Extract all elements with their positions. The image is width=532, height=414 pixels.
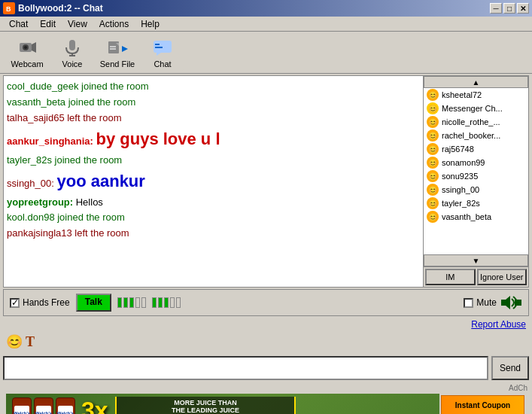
svg-marker-13 [122, 46, 128, 52]
avatar: 😊 [427, 116, 439, 128]
username: nicolle_rothe_... [442, 117, 500, 126]
emoji-button[interactable]: 😊 [6, 333, 23, 350]
titlebar-controls: ─ □ ✕ [490, 3, 529, 14]
vol-seg [176, 297, 181, 308]
avatar: 😊 [427, 184, 439, 196]
username: rachel_booker... [442, 131, 500, 140]
message-user: ssingh_00: [7, 178, 57, 189]
vol-seg [158, 297, 163, 308]
bottle-group: Welch's Welch's Welch's [12, 397, 75, 414]
vol-seg [123, 297, 128, 308]
voice-button[interactable]: Voice [51, 35, 93, 71]
svg-rect-11 [110, 46, 116, 47]
username: ksheetal72 [442, 90, 482, 99]
ad-image: Welch's Welch's Welch's 3x MORE JUICE TH… [6, 394, 439, 414]
vol-seg [117, 297, 122, 308]
message-user: yopreetgroup: [7, 196, 76, 208]
close-button[interactable]: ✕ [517, 3, 529, 14]
chat-message: ssingh_00: yoo aankur [7, 168, 420, 194]
vol-seg [141, 297, 146, 308]
avatar: 😊 [427, 129, 439, 142]
svg-marker-3 [32, 42, 36, 53]
titlebar: B Bollywood:2 -- Chat ─ □ ✕ [0, 0, 532, 17]
bottle: Welch's [12, 397, 32, 414]
vol-seg [152, 297, 157, 308]
list-item[interactable]: 😊 Messenger Ch... [424, 102, 528, 115]
bottle-label: Welch's [14, 406, 29, 414]
avatar: 😊 [427, 102, 439, 114]
avatar: 😊 [427, 211, 439, 223]
bottle: Welch's [56, 397, 75, 414]
list-item[interactable]: 😊 sonamon99 [424, 156, 528, 169]
username: tayler_82s [442, 199, 480, 208]
emoji-bar: 😊 T [0, 331, 532, 352]
sendfile-button[interactable]: Send File [96, 35, 138, 71]
chat-message: vasanth_beta joined the room [7, 95, 420, 111]
im-button[interactable]: IM [425, 269, 476, 285]
ad-container-wrapper: AdCh Welch's Welch's Welch's 3x MORE JUI… [0, 384, 532, 414]
svg-rect-16 [155, 47, 163, 48]
minimize-button[interactable]: ─ [490, 3, 502, 14]
message-input[interactable] [3, 356, 488, 380]
ignore-button[interactable]: Ignore User [477, 269, 527, 285]
input-area: Send [3, 352, 529, 384]
chat-message: aankur_singhania: by guys love u l [7, 126, 420, 152]
list-item[interactable]: 😊 raj56748 [424, 142, 528, 156]
chat-message: tayler_82s joined the room [7, 153, 420, 169]
svg-rect-15 [155, 44, 160, 45]
list-item[interactable]: 😊 ssingh_00 [424, 183, 528, 196]
talk-button[interactable]: Talk [76, 294, 111, 312]
ad-bullet-1: MORE JUICE THANTHE LEADING JUICECOCKTAIL… [115, 397, 296, 414]
sendfile-label: Send File [100, 59, 135, 68]
list-item[interactable]: 😊 vasanth_beta [424, 210, 528, 224]
userlist-scroll-down[interactable]: ▼ [424, 254, 528, 266]
chat-area[interactable]: cool_dude_geek joined the room vasanth_b… [4, 76, 423, 287]
chat-button[interactable]: Chat [141, 35, 184, 71]
list-item[interactable]: 😊 nicolle_rothe_... [424, 115, 528, 129]
menu-help[interactable]: Help [135, 17, 166, 31]
window-title: Bollywood:2 -- Chat [18, 3, 103, 14]
list-item[interactable]: 😊 tayler_82s [424, 196, 528, 210]
chat-icon [152, 37, 173, 58]
message-text: yoo aankur [57, 172, 145, 190]
report-abuse-link[interactable]: Report Abuse [471, 319, 526, 330]
input-volume-bar [117, 297, 146, 308]
list-item[interactable]: 😊 rachel_booker... [424, 129, 528, 142]
font-button[interactable]: T [26, 334, 35, 350]
svg-text:B: B [6, 5, 11, 13]
menu-actions[interactable]: Actions [93, 17, 135, 31]
bottle-label: Welch's [58, 406, 73, 414]
mute-control: Mute [464, 295, 522, 310]
send-button[interactable]: Send [491, 356, 529, 380]
app-icon: B [3, 2, 15, 14]
avatar: 😊 [427, 89, 439, 101]
adch-label: AdCh [3, 384, 529, 392]
hands-free-checkbox[interactable]: ✓ [10, 298, 20, 308]
username: vasanth_beta [442, 212, 491, 221]
voice-bar: ✓ Hands Free Talk Mute [3, 289, 529, 316]
menu-chat[interactable]: Chat [3, 17, 34, 31]
avatar: 😊 [427, 143, 439, 155]
svg-rect-19 [515, 300, 521, 306]
webcam-label: Webcam [11, 59, 43, 68]
vol-seg [129, 297, 134, 308]
mute-checkbox[interactable] [464, 298, 473, 308]
menu-view[interactable]: View [62, 17, 93, 31]
userlist-scroll-up[interactable]: ▲ [424, 76, 528, 88]
user-list-panel: ▲ 😊 ksheetal72 😊 Messenger Ch... 😊 nicol… [423, 76, 528, 287]
ad-bullets: MORE JUICE THANTHE LEADING JUICECOCKTAIL… [115, 394, 296, 414]
list-item[interactable]: 😊 sonu9235 [424, 169, 528, 183]
instant-coupon-button[interactable]: Instant Coupon [441, 395, 524, 414]
webcam-button[interactable]: Webcam [6, 35, 48, 71]
message-text: by guys love u l [96, 129, 220, 148]
user-list[interactable]: 😊 ksheetal72 😊 Messenger Ch... 😊 nicolle… [424, 88, 528, 254]
list-item[interactable]: 😊 ksheetal72 [424, 88, 528, 102]
username: sonamon99 [442, 158, 485, 167]
svg-marker-17 [157, 53, 161, 56]
username: raj56748 [442, 145, 474, 154]
maximize-button[interactable]: □ [503, 3, 515, 14]
main-area: cool_dude_geek joined the room vasanth_b… [3, 75, 529, 288]
chat-message: cool_dude_geek joined the room [7, 79, 420, 95]
report-abuse-bar: Report Abuse [0, 318, 532, 331]
menu-edit[interactable]: Edit [34, 17, 62, 31]
